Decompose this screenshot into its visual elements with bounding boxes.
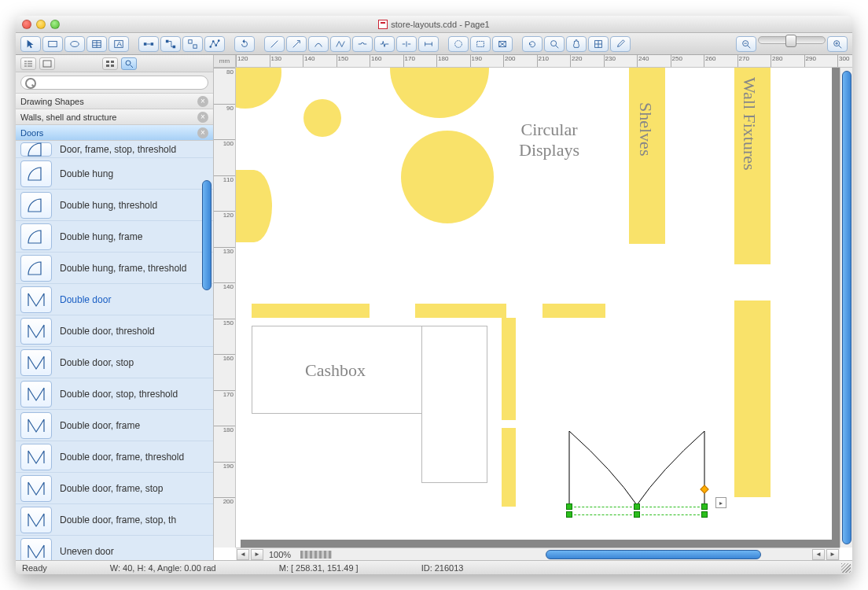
- shape-list-item[interactable]: Door, frame, stop, threshold: [16, 141, 213, 158]
- line-tool-button[interactable]: [264, 36, 285, 52]
- shape-label: Double hung, frame: [60, 231, 142, 242]
- extract-button[interactable]: [588, 36, 609, 52]
- oval-tool-button[interactable]: [64, 36, 85, 52]
- resize-handle[interactable]: [634, 503, 640, 510]
- svg-text:A: A: [116, 39, 122, 47]
- zoom-in-button[interactable]: [827, 36, 848, 52]
- resize-handle[interactable]: [701, 511, 708, 518]
- resize-handle[interactable]: [634, 511, 640, 518]
- text-tool-button[interactable]: A: [108, 36, 129, 52]
- polyline-tool-button[interactable]: [330, 36, 351, 52]
- shape-list-item[interactable]: Double hung, frame: [16, 221, 213, 253]
- sidebar-scrollbar[interactable]: [202, 141, 211, 560]
- hscroll-right-button[interactable]: ►: [826, 549, 839, 560]
- double-door-object[interactable]: ▸: [566, 431, 708, 518]
- shape-label: Door, frame, stop, threshold: [60, 144, 176, 155]
- arc-tool-button[interactable]: [374, 36, 395, 52]
- main-toolbar: A: [16, 33, 852, 55]
- zoom-button[interactable]: [544, 36, 565, 52]
- break-tool-button[interactable]: [396, 36, 417, 52]
- cashbox-shape[interactable]: [421, 326, 487, 483]
- resize-handle[interactable]: [701, 503, 708, 510]
- arrow-tool-button[interactable]: [286, 36, 307, 52]
- library-search-icon[interactable]: [121, 57, 137, 70]
- sidebar-category-walls[interactable]: Walls, shell and structure ×: [16, 109, 213, 125]
- svg-line-19: [271, 40, 278, 47]
- smart-tag-button[interactable]: ▸: [715, 497, 726, 508]
- edit-points-button[interactable]: [204, 36, 225, 52]
- zoom-slider[interactable]: [758, 36, 826, 44]
- window-title: store-layouts.cdd - Page1: [16, 20, 852, 29]
- category-close-icon[interactable]: ×: [197, 96, 208, 107]
- shape-list-item[interactable]: Double door, stop, threshold: [16, 378, 213, 410]
- shape-list-item[interactable]: Double door, frame, threshold: [16, 441, 213, 473]
- hscroll-left-button[interactable]: ◄: [812, 549, 825, 560]
- svg-rect-11: [166, 39, 169, 42]
- smartshape2-button[interactable]: [470, 36, 491, 52]
- smartshape3-button[interactable]: [492, 36, 513, 52]
- library-tree-icon[interactable]: [20, 57, 36, 70]
- pointer-tool-button[interactable]: [20, 36, 41, 52]
- dimension-tool-button[interactable]: [418, 36, 439, 52]
- canvas-horizontal-scrollbar[interactable]: [340, 550, 808, 559]
- smartshape1-button[interactable]: [448, 36, 469, 52]
- resize-handle[interactable]: [566, 503, 572, 510]
- fixture-bar[interactable]: [415, 304, 506, 318]
- shape-list-item[interactable]: Double door, threshold: [16, 315, 213, 347]
- shape-list-item[interactable]: Uneven door: [16, 536, 213, 560]
- eyedropper-button[interactable]: [610, 36, 631, 52]
- library-list-icon[interactable]: [39, 57, 55, 70]
- shape-label: Double hung: [60, 168, 113, 179]
- curve-tool-button[interactable]: [308, 36, 329, 52]
- canvas-hscroll-thumb[interactable]: [546, 550, 761, 559]
- shape-list-item[interactable]: Double door: [16, 284, 213, 315]
- circular-display-shape[interactable]: [303, 99, 341, 137]
- circular-display-shape[interactable]: [236, 170, 272, 242]
- shape-thumbnail: [20, 160, 52, 187]
- shape-list-item[interactable]: Double hung, threshold: [16, 190, 213, 221]
- window-resize-grip[interactable]: [841, 563, 851, 573]
- wall-fixtures-shape[interactable]: [734, 301, 771, 497]
- connector2-button[interactable]: [160, 36, 181, 52]
- page-prev-button[interactable]: ◄: [237, 549, 249, 560]
- rotate-button[interactable]: [234, 36, 255, 52]
- shape-label: Double door, frame, stop: [60, 483, 163, 494]
- zoom-out-button[interactable]: [736, 36, 756, 52]
- circular-display-shape[interactable]: [401, 131, 494, 223]
- align-button[interactable]: [182, 36, 203, 52]
- rectangle-tool-button[interactable]: [42, 36, 63, 52]
- resize-handle[interactable]: [566, 511, 572, 518]
- horizontal-ruler[interactable]: 1201301401501601701801902002102202302402…: [236, 55, 852, 68]
- shape-list-item[interactable]: Double hung, frame, threshold: [16, 253, 213, 284]
- shape-list-item[interactable]: Double door, frame, stop, th: [16, 504, 213, 536]
- fixture-bar[interactable]: [252, 304, 370, 318]
- drawing-canvas[interactable]: Circular Displays Shelves Wall Fixtures …: [236, 68, 840, 548]
- refresh-button[interactable]: [522, 36, 542, 52]
- svg-rect-9: [151, 42, 154, 46]
- vertical-ruler[interactable]: 8090100110120130140150160170180190200: [214, 68, 236, 548]
- shape-list-item[interactable]: Double door, frame: [16, 410, 213, 441]
- table-tool-button[interactable]: [86, 36, 107, 52]
- fixture-bar[interactable]: [502, 318, 516, 420]
- jump-tool-button[interactable]: [352, 36, 373, 52]
- ruler-units[interactable]: mm: [214, 55, 236, 68]
- sidebar-scroll-thumb[interactable]: [202, 180, 211, 290]
- shape-list-item[interactable]: Double door, stop: [16, 347, 213, 378]
- canvas-vscroll-thumb[interactable]: [842, 71, 851, 544]
- shape-list-item[interactable]: Double door, frame, stop: [16, 473, 213, 504]
- page-next-button[interactable]: ►: [251, 549, 263, 560]
- sidebar-category-drawing-shapes[interactable]: Drawing Shapes ×: [16, 94, 213, 109]
- library-grid-icon[interactable]: [102, 57, 118, 70]
- pan-button[interactable]: [566, 36, 587, 52]
- shape-list-item[interactable]: Double hung: [16, 158, 213, 190]
- zoom-level[interactable]: 100%: [264, 550, 296, 559]
- fixture-bar[interactable]: [502, 428, 516, 507]
- sidebar-category-doors[interactable]: Doors ×: [16, 125, 213, 141]
- category-close-icon[interactable]: ×: [197, 112, 208, 123]
- canvas-vertical-scrollbar[interactable]: [840, 68, 852, 548]
- library-search-input[interactable]: [20, 76, 208, 90]
- category-close-icon[interactable]: ×: [197, 127, 208, 138]
- page-tabs[interactable]: [300, 551, 332, 559]
- fixture-bar[interactable]: [542, 304, 605, 318]
- connector1-button[interactable]: [138, 36, 159, 52]
